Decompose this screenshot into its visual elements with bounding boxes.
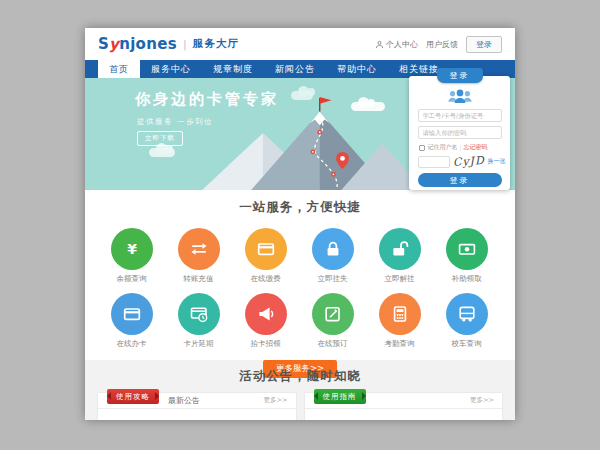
lock-icon [323, 239, 343, 259]
site-title: 服务大厅 [193, 37, 239, 51]
announcements-section: 活动公告，随时知晓 使用攻略 最新公告 更多>> 使用指南 更多>> [85, 360, 515, 420]
nav-item-home[interactable]: 首页 [98, 60, 140, 78]
service-label: 校车查询 [433, 339, 500, 349]
service-circle: ¥ [111, 228, 153, 270]
service-label: 在线缴费 [232, 274, 299, 284]
guide-panel: 使用攻略 最新公告 更多>> [98, 393, 296, 420]
login-submit-button[interactable]: 登录 [418, 173, 502, 187]
service-circle [446, 228, 488, 270]
usage-guide-ribbon[interactable]: 使用攻略 [107, 389, 159, 404]
top-bar: Synjones | 服务大厅 个人中心 用户反馈 登录 [85, 28, 515, 60]
service-label: 拾卡招领 [232, 339, 299, 349]
remember-label: 记住用户名 [428, 143, 458, 152]
captcha-input[interactable] [418, 156, 450, 168]
services-title: 一站服务，方便快捷 [85, 199, 515, 216]
brand-logo[interactable]: Synjones | 服务大厅 [98, 35, 239, 53]
megaphone-icon [256, 304, 276, 324]
remember-checkbox[interactable] [419, 145, 425, 151]
captcha-refresh-link[interactable]: 换一张 [487, 157, 505, 166]
service-label: 考勤查询 [366, 339, 433, 349]
user-icon [375, 40, 384, 49]
service-item-balance-query[interactable]: ¥余额查询 [98, 228, 165, 284]
manual-panel: 使用指南 更多>> [305, 393, 503, 420]
logo-accent: y [109, 35, 119, 53]
nav-item-help-center[interactable]: 帮助中心 [326, 60, 388, 78]
personal-center-link[interactable]: 个人中心 [375, 39, 418, 50]
service-circle [245, 293, 287, 335]
nav-item-news[interactable]: 新闻公告 [264, 60, 326, 78]
captcha-image[interactable]: CyJD [452, 154, 485, 169]
captcha-row: CyJD 换一张 [418, 155, 502, 168]
user-manual-ribbon[interactable]: 使用指南 [314, 389, 366, 404]
service-item-transfer-recharge[interactable]: 转账充值 [165, 228, 232, 284]
service-grid: ¥余额查询转账充值在线缴费立即挂失立即解挂补助领取在线办卡卡片延期拾卡招领在线预… [98, 219, 502, 349]
login-panel: 登录 记住用户名 | 忘记密码 [409, 68, 510, 190]
services-section: 一站服务，方便快捷 ¥余额查询转账充值在线缴费立即挂失立即解挂补助领取在线办卡卡… [85, 190, 515, 360]
announcements-title: 活动公告，随时知晓 [85, 368, 515, 385]
calculator-icon [390, 304, 410, 324]
service-item-subsidy-collect[interactable]: 补助领取 [433, 228, 500, 284]
transfer-icon [189, 239, 209, 259]
top-right-links: 个人中心 用户反馈 登录 [375, 36, 502, 53]
service-item-apply-card[interactable]: 在线办卡 [98, 293, 165, 349]
service-item-lost-card-found[interactable]: 拾卡招领 [232, 293, 299, 349]
service-label: 立即解挂 [366, 274, 433, 284]
service-label: 在线办卡 [98, 339, 165, 349]
service-item-school-bus-query[interactable]: 校车查询 [433, 293, 500, 349]
latest-news-tab[interactable]: 最新公告 [168, 393, 200, 408]
forgot-password-link[interactable]: 忘记密码 [464, 143, 488, 152]
more-link[interactable]: 更多>> [470, 396, 494, 405]
service-circle [178, 228, 220, 270]
banknote-icon [457, 239, 477, 259]
card-clock-icon [189, 304, 209, 324]
service-label: 立即挂失 [299, 274, 366, 284]
service-circle [111, 293, 153, 335]
service-label: 在线预订 [299, 339, 366, 349]
service-item-report-loss[interactable]: 立即挂失 [299, 228, 366, 284]
mountains-illustration [193, 92, 421, 190]
site-page: Synjones | 服务大厅 个人中心 用户反馈 登录 首页服务中心规章制度新… [85, 28, 515, 420]
service-circle [446, 293, 488, 335]
svg-text:¥: ¥ [127, 241, 137, 257]
service-item-card-renew[interactable]: 卡片延期 [165, 293, 232, 349]
announcement-panels: 使用攻略 最新公告 更多>> 使用指南 更多>> [85, 393, 515, 420]
divider [305, 408, 503, 409]
service-item-online-payment[interactable]: 在线缴费 [232, 228, 299, 284]
cloud-decoration [149, 148, 175, 157]
feedback-link[interactable]: 用户反馈 [426, 39, 458, 50]
service-circle [312, 293, 354, 335]
service-label: 转账充值 [165, 274, 232, 284]
service-label: 余额查询 [98, 274, 165, 284]
account-input[interactable] [418, 109, 502, 122]
divider [98, 408, 296, 409]
nav-item-rules[interactable]: 规章制度 [202, 60, 264, 78]
service-item-online-booking[interactable]: 在线预订 [299, 293, 366, 349]
service-circle [312, 228, 354, 270]
users-icon [447, 87, 473, 105]
service-circle [178, 293, 220, 335]
edit-icon [323, 304, 343, 324]
service-circle [379, 293, 421, 335]
unlock-icon [390, 239, 410, 259]
logo-text: Synjones [98, 35, 177, 53]
yuan-icon: ¥ [122, 239, 142, 259]
flag-icon [320, 97, 332, 104]
brand-divider: | [183, 38, 187, 51]
remember-row: 记住用户名 | 忘记密码 [418, 143, 502, 152]
service-label: 卡片延期 [165, 339, 232, 349]
service-circle [245, 228, 287, 270]
card-icon [122, 304, 142, 324]
service-label: 补助领取 [433, 274, 500, 284]
desktop-background: { "header": { "logo_parts": { "s": "S", … [0, 0, 600, 450]
service-item-attendance-query[interactable]: 考勤查询 [366, 293, 433, 349]
header-login-button[interactable]: 登录 [466, 36, 502, 53]
password-input[interactable] [418, 126, 502, 139]
nav-item-service-center[interactable]: 服务中心 [140, 60, 202, 78]
divider: | [460, 144, 462, 151]
service-circle [379, 228, 421, 270]
login-tab[interactable]: 登录 [437, 68, 483, 83]
location-pin-icon [336, 152, 349, 169]
service-item-cancel-loss[interactable]: 立即解挂 [366, 228, 433, 284]
more-link[interactable]: 更多>> [264, 396, 288, 405]
bus-icon [457, 304, 477, 324]
